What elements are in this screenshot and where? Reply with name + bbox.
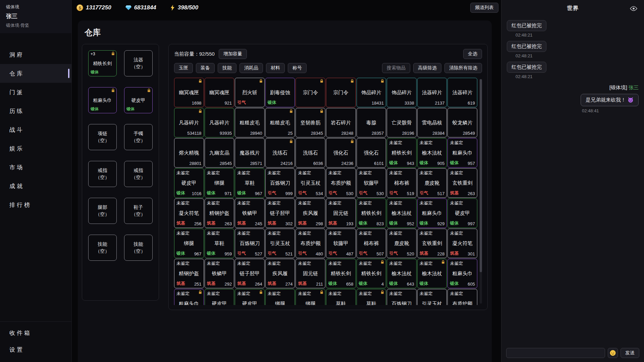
inventory-cell[interactable]: 未鉴定粗麻头巾锻体957 (447, 138, 477, 168)
inventory-cell[interactable]: 未鉴定榆木法杖锻体952 (387, 198, 417, 228)
system-message-bubble[interactable]: 红包已被抢完 (507, 62, 546, 73)
inventory-cell[interactable]: 未鉴定绑腿锻体967 (174, 229, 204, 258)
inventory-cell[interactable]: 未鉴定草鞋锻体967 (235, 168, 265, 198)
inventory-cell[interactable]: 未鉴定布质护额 (447, 289, 477, 305)
scrollbar-thumb[interactable] (480, 79, 482, 272)
inventory-cell[interactable]: 熔火精魄28801 (174, 138, 204, 168)
inventory-cell[interactable]: 未鉴定精钢护盔筑基251 (174, 259, 204, 288)
inventory-cell[interactable]: 未鉴定百炼钢刀 (387, 289, 417, 305)
inventory-cell[interactable]: 未鉴定硬皮甲 (235, 289, 265, 305)
inventory-cell[interactable]: 未鉴定铁鳞甲筑基245 (235, 198, 265, 228)
inventory-cell[interactable]: 未鉴定鹿皮靴引气517 (417, 168, 447, 198)
inventory-cell[interactable]: 毒腺28357 (357, 108, 386, 137)
inventory-cell[interactable]: 幽冥魂匣921 (205, 78, 234, 107)
system-message-bubble[interactable]: 红包已被抢完 (507, 20, 546, 31)
filter-title[interactable]: 称号 (288, 63, 307, 73)
inventory-cell[interactable]: 幽冥魂匣1698 (174, 78, 204, 107)
equip-slot-skill-2[interactable]: 技能（空） (124, 235, 153, 261)
inventory-cell[interactable]: 未鉴定硬皮甲锻体1016 (174, 168, 204, 198)
inventory-cell[interactable]: 未鉴定玄铁重剑筑基263 (447, 168, 477, 198)
chat-input[interactable] (506, 348, 605, 358)
inventory-cell[interactable]: 未鉴定粗麻头巾锻体605 (447, 259, 477, 288)
sidebar-item-chengjiu[interactable]: 成就 (0, 177, 71, 195)
inventory-cell[interactable]: 未鉴定草鞋 (326, 289, 356, 305)
inventory-cell[interactable]: 凡器碎片534118 (174, 108, 204, 137)
inventory-cell[interactable]: 岩石碎片28248 (326, 108, 356, 137)
filter-consumable[interactable]: 消耗品 (239, 63, 263, 73)
sidebar-item-lilian[interactable]: 历练 (0, 102, 71, 120)
inventory-cell[interactable]: 未鉴定粗麻头巾锻体929 (417, 198, 447, 228)
inventory-cell[interactable]: 洗练石6036 (296, 138, 325, 168)
select-all-button[interactable]: 全选 (463, 49, 482, 59)
filter-equipment[interactable]: 装备 (196, 63, 215, 73)
inventory-cell[interactable]: 粗糙皮毛25 (265, 108, 295, 137)
add-capacity-button[interactable]: 增加容量 (219, 49, 247, 59)
inventory-cell[interactable]: 未鉴定铁鳞甲筑基292 (205, 259, 234, 288)
sidebar-item-paihangbang[interactable]: 排行榜 (0, 195, 71, 214)
inventory-cell[interactable]: 未鉴定鹿皮靴引气520 (387, 229, 417, 258)
equip-slot-bracelet[interactable]: 手镯（空） (124, 124, 153, 150)
inventory-cell[interactable]: 未鉴定硬皮甲 (205, 289, 234, 305)
inventory-cell[interactable]: 未鉴定疾风履筑基274 (265, 259, 295, 288)
inventory-cell[interactable]: 未鉴定凝火符笔筑基256 (174, 198, 204, 228)
inventory-cell[interactable]: 未鉴定引灵玉杖引气534 (296, 168, 325, 198)
inventory-cell[interactable]: 未鉴定引灵玉杖 (417, 289, 447, 305)
equip-slot-chest[interactable]: 硬皮甲锻体 (124, 87, 153, 113)
inventory-cell[interactable]: 未鉴定链子胫甲筑基302 (265, 198, 295, 228)
channel-list-button[interactable]: 频道列表 (470, 3, 498, 13)
inventory-scrollbar[interactable] (480, 79, 482, 304)
inventory-cell[interactable]: 宗门令 (326, 78, 356, 107)
equip-slot-ring-1[interactable]: 戒指（空） (88, 161, 117, 187)
inventory-cell[interactable]: 未鉴定疾风履筑基298 (296, 198, 325, 228)
send-button[interactable]: 发送 (621, 348, 639, 358)
eye-icon[interactable] (630, 6, 637, 11)
inventory-cell[interactable]: 未鉴定固元链筑基211 (296, 259, 325, 288)
inventory-cell[interactable]: 未鉴定绑腿 (265, 289, 295, 305)
inventory-cell[interactable]: 法器碎片619 (447, 78, 477, 107)
inventory-cell[interactable]: 饰品碎片18431 (357, 78, 386, 107)
inventory-cell[interactable]: 饰品碎片3338 (387, 78, 417, 107)
sidebar-item-zhandou[interactable]: 战斗 (0, 120, 71, 139)
equip-slot-skill-1[interactable]: 技能（空） (88, 235, 117, 261)
equip-slot-legs[interactable]: 腿部（空） (88, 198, 117, 224)
inventory-cell[interactable]: 剧毒侵蚀锻体 (265, 78, 295, 107)
inventory-cell[interactable]: 未鉴定草鞋 (357, 289, 386, 305)
inventory-cell[interactable]: 宗门令 (296, 78, 325, 107)
inventory-cell[interactable]: 未鉴定精铁长剑锻体4 (357, 259, 386, 288)
inventory-cell[interactable]: 未鉴定绑腿 (296, 289, 325, 305)
equip-slot-shoes[interactable]: 鞋子（空） (124, 198, 153, 224)
inventory-cell[interactable]: 亡灵骸骨28196 (387, 108, 417, 137)
inventory-cell[interactable]: 未鉴定百炼钢刀引气999 (265, 168, 295, 198)
inventory-cell[interactable]: 雷电晶核28384 (417, 108, 447, 137)
inventory-cell[interactable]: 魔器残片28571 (235, 138, 265, 168)
inventory-cell[interactable]: 未鉴定榆木法杖锻体643 (387, 259, 417, 288)
self-message-bubble[interactable]: 是兄弟就来砍我！ (581, 94, 639, 106)
emoji-button[interactable] (608, 348, 618, 358)
inventory-cell[interactable]: 未鉴定布质护额引气480 (296, 229, 325, 258)
inventory-cell[interactable]: 烈火斩引气 (235, 78, 265, 107)
inventory-cell[interactable]: 未鉴定棉布裤引气519 (387, 168, 417, 198)
equip-slot-head[interactable]: 粗麻头巾锻体 (88, 87, 117, 113)
inventory-cell[interactable]: 未鉴定粗麻头巾 (174, 289, 204, 305)
sidebar-item-inbox[interactable]: 收件箱 (0, 324, 71, 341)
inventory-cell[interactable]: 凡器碎片93935 (205, 108, 234, 137)
inventory-cell[interactable]: 坚韧兽筋28345 (296, 108, 325, 137)
system-message-bubble[interactable]: 红包已被抢完 (507, 41, 546, 52)
inventory-cell[interactable]: 粗糙皮毛28940 (235, 108, 265, 137)
inventory-cell[interactable]: 未鉴定软藤甲引气487 (326, 229, 356, 258)
inventory-cell[interactable]: 未鉴定软藤甲引气530 (357, 168, 386, 198)
inventory-cell[interactable]: 未鉴定棉布裤引气507 (357, 229, 386, 258)
clear-filters-button[interactable]: 清除所有筛选 (444, 63, 482, 73)
equip-slot-ring-2[interactable]: 戒指（空） (124, 161, 153, 187)
inventory-cell[interactable]: 未鉴定榆木法杖锻体 (417, 259, 447, 288)
advanced-filter-button[interactable]: 高级筛选 (413, 63, 441, 73)
inventory-cell[interactable]: 未鉴定精铁长剑锻体823 (357, 198, 386, 228)
sidebar-item-yule[interactable]: 娱乐 (0, 139, 71, 158)
inventory-cell[interactable]: 未鉴定固元链筑基193 (326, 198, 356, 228)
inventory-cell[interactable]: 未鉴定玄铁重剑筑基228 (417, 229, 447, 258)
filter-material[interactable]: 材料 (266, 63, 285, 73)
equip-slot-artifact[interactable]: 法器（空） (124, 50, 153, 76)
inventory-cell[interactable]: 未鉴定草鞋锻体959 (205, 229, 234, 258)
sidebar-item-cangku[interactable]: 仓库 (0, 64, 71, 83)
inventory-cell[interactable]: 未鉴定布质护额引气530 (326, 168, 356, 198)
